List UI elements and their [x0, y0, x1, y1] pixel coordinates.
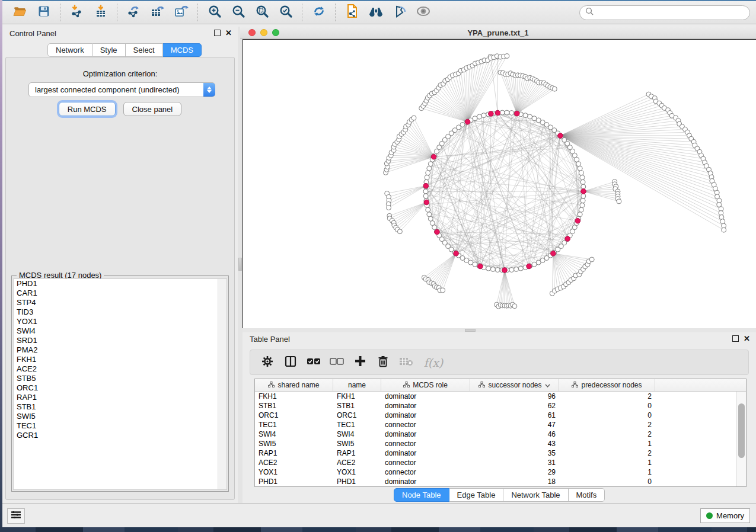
mcds-result-item[interactable]: YOX1	[14, 317, 227, 326]
mcds-result-item[interactable]: PMA2	[14, 345, 227, 355]
table-row[interactable]: SWI4SWI4dominator462	[255, 430, 746, 439]
tab-mcds[interactable]: MCDS	[163, 43, 202, 57]
float-panel-icon[interactable]	[214, 30, 221, 36]
tab-network[interactable]: Network	[47, 43, 92, 57]
column-header-predecessor-nodes[interactable]: predecessor nodes	[559, 379, 655, 391]
zoom-fit-button[interactable]	[250, 2, 274, 23]
mcds-hub-node[interactable]	[495, 110, 500, 116]
table-settings-button[interactable]	[259, 354, 276, 371]
mcds-result-item[interactable]: TID3	[14, 307, 227, 317]
float-panel-icon[interactable]	[732, 335, 739, 342]
column-header-successor-nodes[interactable]: successor nodes	[470, 379, 559, 391]
table-row[interactable]: SWI5SWI5connector431	[255, 439, 746, 448]
table-row[interactable]: ACE2ACE2connector311	[255, 458, 746, 467]
tab-select[interactable]: Select	[126, 43, 163, 57]
memory-button[interactable]: Memory	[700, 508, 750, 523]
delete-column-button[interactable]	[374, 354, 392, 371]
search-input[interactable]	[579, 5, 750, 20]
close-panel-icon[interactable]: ✕	[225, 30, 232, 36]
optimization-criterion-dropdown[interactable]: largest connected component (undirected)	[28, 82, 215, 97]
open-session-button[interactable]	[8, 2, 32, 23]
export-image-button[interactable]	[170, 2, 193, 23]
save-floppy-icon	[38, 5, 50, 20]
tab-style[interactable]: Style	[92, 43, 126, 57]
mcds-result-item[interactable]: SRD1	[14, 336, 227, 345]
mcds-result-item[interactable]: STB5	[14, 374, 227, 383]
tab-network-table[interactable]: Network Table	[503, 488, 568, 502]
mcds-hub-node[interactable]	[431, 154, 436, 159]
mcds-result-item[interactable]: GCR1	[14, 431, 227, 440]
mcds-hub-node[interactable]	[575, 219, 580, 224]
show-details-button[interactable]	[412, 2, 435, 23]
column-header-shared-name[interactable]: shared name	[255, 379, 333, 391]
zoom-selected-button[interactable]	[274, 2, 298, 23]
export-network-button[interactable]	[122, 2, 146, 23]
network-canvas[interactable]	[243, 39, 756, 328]
mcds-hub-node[interactable]	[465, 119, 470, 124]
search-network-button[interactable]	[364, 2, 388, 23]
save-session-button[interactable]	[32, 2, 56, 23]
mcds-hub-node[interactable]	[515, 111, 520, 116]
close-panel-button[interactable]: Close panel	[123, 102, 182, 116]
mcds-result-item[interactable]: SWI4	[14, 326, 227, 336]
mcds-hub-node[interactable]	[581, 189, 586, 194]
table-row[interactable]: ORC1ORC1dominator610	[255, 411, 746, 420]
mcds-result-item[interactable]: STB1	[14, 402, 227, 412]
mcds-hub-node[interactable]	[454, 251, 459, 257]
column-header-MCDS-role[interactable]: MCDS role	[381, 379, 470, 391]
table-scrollbar[interactable]	[736, 392, 746, 486]
refresh-layout-button[interactable]	[307, 2, 331, 23]
tab-motifs[interactable]: Motifs	[569, 488, 605, 502]
mcds-hub-node[interactable]	[527, 264, 532, 269]
run-mcds-button[interactable]: Run MCDS	[59, 102, 116, 116]
mcds-hub-node[interactable]	[435, 229, 440, 235]
mcds-hub-node[interactable]	[502, 268, 508, 273]
tab-node-table[interactable]: Node Table	[394, 488, 449, 502]
mcds-list-scrollbar[interactable]	[218, 279, 227, 489]
table-row[interactable]: YOX1YOX1connector291	[255, 467, 746, 477]
mcds-hub-node[interactable]	[424, 200, 429, 205]
add-column-button[interactable]	[351, 354, 369, 371]
panel-menu-button[interactable]	[7, 508, 25, 524]
export-table-button[interactable]	[146, 2, 170, 23]
select-all-button[interactable]	[305, 354, 323, 371]
mcds-result-item[interactable]: TEC1	[14, 421, 227, 431]
mcds-hub-node[interactable]	[551, 251, 556, 257]
clone-network-button[interactable]	[340, 2, 364, 23]
table-cell-filler	[655, 401, 746, 411]
export-table-icon	[151, 5, 165, 20]
mcds-result-item[interactable]: RAP1	[14, 393, 227, 402]
deselect-all-button[interactable]	[328, 354, 346, 371]
zoom-out-button[interactable]	[227, 2, 250, 23]
mcds-result-item[interactable]: PHD1	[14, 279, 227, 289]
table-cell-filler	[655, 430, 746, 439]
scrollbar-thumb[interactable]	[738, 403, 745, 458]
close-panel-icon[interactable]: ✕	[744, 336, 750, 341]
mcds-hub-node[interactable]	[478, 264, 483, 269]
column-layout-button[interactable]	[282, 354, 299, 371]
mcds-result-item[interactable]: STP4	[14, 298, 227, 307]
mcds-hub-node[interactable]	[489, 111, 494, 117]
table-row[interactable]: RAP1RAP1dominator352	[255, 448, 746, 458]
zoom-in-button[interactable]	[203, 2, 227, 23]
table-row[interactable]: STB1STB1dominator620	[255, 401, 746, 411]
import-table-button[interactable]	[89, 2, 113, 23]
table-row[interactable]: FKH1FKH1dominator962	[255, 392, 746, 401]
mcds-result-item[interactable]: ACE2	[14, 364, 227, 374]
horizontal-splitter[interactable]	[243, 328, 756, 332]
table-row[interactable]: TEC1TEC1connector472	[255, 420, 746, 430]
table-row[interactable]: PHD1PHD1dominator180	[255, 477, 746, 486]
mcds-result-item[interactable]: ORC1	[14, 383, 227, 393]
mcds-result-item[interactable]: SWI5	[14, 412, 227, 421]
splitter-handle[interactable]	[465, 329, 476, 332]
mcds-result-list[interactable]: PHD1CAR1STP4TID3YOX1SWI4SRD1PMA2FKH1ACE2…	[13, 278, 227, 490]
mcds-result-item[interactable]: FKH1	[14, 355, 227, 364]
tab-edge-table[interactable]: Edge Table	[449, 488, 504, 502]
hide-details-button[interactable]	[388, 2, 412, 23]
mcds-result-item[interactable]: CAR1	[14, 289, 227, 298]
import-network-button[interactable]	[65, 2, 89, 23]
mcds-hub-node[interactable]	[565, 236, 570, 242]
column-header-name[interactable]: name	[333, 379, 381, 391]
mcds-hub-node[interactable]	[423, 183, 429, 188]
mcds-hub-node[interactable]	[558, 133, 563, 139]
